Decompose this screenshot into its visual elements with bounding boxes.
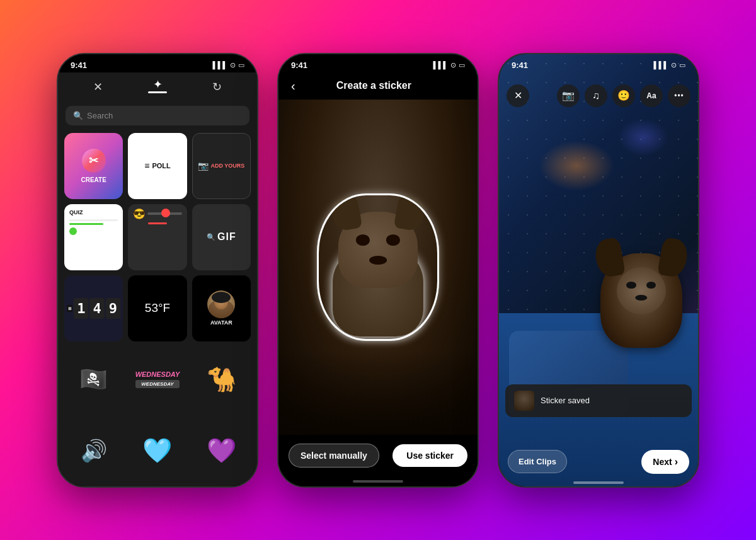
refresh-icon[interactable]: ↻ <box>212 80 222 94</box>
camera-tool-button[interactable]: 📷 <box>557 84 580 107</box>
signal-icon: ▌▌▌ <box>213 61 227 69</box>
music-tool-button[interactable]: ♫ <box>585 84 607 107</box>
dog-nose <box>369 256 387 265</box>
gif-label: GIF <box>217 231 236 243</box>
camera-icon: 📷 <box>198 161 209 171</box>
sticker-temperature[interactable]: 53°F <box>128 275 186 342</box>
temperature-label: 53°F <box>145 301 170 315</box>
close-icon-3: ✕ <box>514 89 522 101</box>
next-label: Next <box>653 457 672 467</box>
status-icons-2: ▌▌▌ ⊙ ▭ <box>433 61 465 69</box>
sticker-saved-toast: Sticker saved <box>505 384 692 417</box>
phone-3-story-editor: 9:41 ▌▌▌ ⊙ ▭ <box>498 53 699 488</box>
story-editor-content: ✕ 📷 ♫ 🙂 Aa ••• <box>499 54 698 486</box>
soundon-emoji: 🔊 <box>81 438 107 463</box>
text-tool-button[interactable]: Aa <box>640 84 663 107</box>
emoji-track <box>147 212 181 215</box>
dog-photo-area <box>278 100 478 435</box>
text-tool-icon: Aa <box>646 91 656 100</box>
wifi-icon-2: ⊙ <box>450 61 456 69</box>
sticker-addyours[interactable]: 📷 ADD YOURS <box>192 133 251 199</box>
create-circle-icon: ✂ <box>82 149 106 173</box>
gif-search-icon: 🔍 <box>207 233 215 241</box>
countdown-prefix: ■ <box>67 305 72 312</box>
sticker-wednesday[interactable]: WEDNESDAY WEDNESDAY <box>128 347 186 413</box>
status-bar-1: 9:41 ▌▌▌ ⊙ ▭ <box>58 54 257 72</box>
sticker-soundon[interactable]: 🔊 <box>64 418 123 484</box>
sticker-heart-purple[interactable]: 💜 <box>192 418 251 484</box>
heart-purple-emoji: 💜 <box>207 437 236 464</box>
wednesday-top: WEDNESDAY <box>135 371 180 378</box>
phone-1-sticker-picker: 9:41 ▌▌▌ ⊙ ▭ ✕ ✦ ↻ 🔍 Search ✂ CREATE <box>57 53 258 488</box>
editor-tools-group: 📷 ♫ 🙂 Aa ••• <box>557 84 690 107</box>
status-bar-2: 9:41 ▌▌▌ ⊙ ▭ <box>278 54 478 72</box>
sticker-picker-content: ✕ ✦ ↻ 🔍 Search ✂ CREATE ≡ POLL <box>58 72 257 486</box>
hat-emoji: 🏴‍☠️ <box>79 366 108 393</box>
sticker-create[interactable]: ✂ CREATE <box>64 133 123 199</box>
story-nebula <box>618 118 668 156</box>
story-bottom-actions: Edit Clips Next › <box>499 450 698 474</box>
sticker-tool-button[interactable]: 🙂 <box>612 84 635 107</box>
sticker-heart-blue[interactable]: 🩵 <box>128 418 186 484</box>
select-manually-button[interactable]: Select manually <box>289 444 379 468</box>
sticker-poll[interactable]: ≡ POLL <box>128 133 186 199</box>
wednesday-badge: WEDNESDAY <box>135 380 180 388</box>
search-bar[interactable]: 🔍 Search <box>66 106 249 125</box>
search-placeholder: Search <box>87 111 113 120</box>
home-indicator-2 <box>278 476 478 486</box>
sticker-toolbar: ✕ ✦ ↻ <box>58 72 257 102</box>
emoji-face: 😎 <box>133 208 146 220</box>
dog-head <box>338 212 418 288</box>
sticker-gif[interactable]: 🔍 GIF <box>192 204 251 270</box>
avatar-label: AVATAR <box>210 319 232 326</box>
dog-sticker-placed[interactable] <box>600 253 682 348</box>
status-icons-3: ▌▌▌ ⊙ ▭ <box>654 61 685 69</box>
wednesday-container: WEDNESDAY WEDNESDAY <box>135 371 180 388</box>
quiz-label: QUIZ <box>69 209 83 215</box>
wifi-icon: ⊙ <box>230 61 236 69</box>
sticker-countdown[interactable]: ■ 1 4 9 <box>64 275 123 342</box>
use-sticker-button[interactable]: Use sticker <box>392 444 467 467</box>
create-label: CREATE <box>81 176 106 183</box>
more-tool-button[interactable]: ••• <box>668 84 690 107</box>
spark-icon[interactable]: ✦ <box>153 78 163 91</box>
create-sticker-title: Create a sticker <box>304 80 444 91</box>
quiz-bar-empty <box>69 219 118 221</box>
battery-icon-2: ▭ <box>459 61 465 69</box>
home-bar <box>353 480 403 483</box>
next-button[interactable]: Next › <box>641 450 689 474</box>
quiz-dot <box>69 227 77 235</box>
status-bar-3: 9:41 ▌▌▌ ⊙ ▭ <box>499 54 698 72</box>
dog-sticker-body <box>600 253 682 348</box>
close-icon[interactable]: ✕ <box>93 80 103 94</box>
dog-shape <box>321 198 435 336</box>
heart-blue-emoji: 🩵 <box>142 437 172 464</box>
phone-2-create-sticker: 9:41 ▌▌▌ ⊙ ▭ ‹ Create a sticker <box>277 53 479 488</box>
status-icons-1: ▌▌▌ ⊙ ▭ <box>213 61 244 69</box>
battery-icon-3: ▭ <box>679 61 685 69</box>
sticker-nose <box>635 295 648 301</box>
status-time-3: 9:41 <box>512 60 528 70</box>
sticker-avatar[interactable]: AVATAR <box>192 275 251 342</box>
sticker-hat[interactable]: 🏴‍☠️ <box>64 347 123 413</box>
edit-clips-button[interactable]: Edit Clips <box>508 450 567 473</box>
camel-emoji: 🐪 <box>207 365 236 393</box>
sticker-grid: ✂ CREATE ≡ POLL 📷 ADD YOURS QUIZ <box>58 130 257 486</box>
status-time-1: 9:41 <box>71 60 87 70</box>
story-close-button[interactable]: ✕ <box>507 84 529 107</box>
search-icon: 🔍 <box>73 111 83 120</box>
sticker-tool-icon: 🙂 <box>617 89 630 101</box>
camera-tool-icon: 📷 <box>562 89 575 101</box>
poll-list-icon: ≡ <box>144 161 149 171</box>
story-editor-toolbar: ✕ 📷 ♫ 🙂 Aa ••• <box>499 84 698 107</box>
dog-eye-right <box>386 234 401 246</box>
sticker-camel[interactable]: 🐪 <box>192 347 251 413</box>
back-button[interactable]: ‹ <box>289 76 298 96</box>
next-chevron-icon: › <box>675 456 678 468</box>
toast-message: Sticker saved <box>541 396 590 405</box>
dog-ear-right <box>394 194 427 233</box>
sticker-quiz[interactable]: QUIZ <box>64 204 123 270</box>
wifi-icon-3: ⊙ <box>671 61 677 69</box>
sticker-emoji-slider[interactable]: 😎 <box>128 204 186 270</box>
signal-icon-2: ▌▌▌ <box>433 61 448 69</box>
